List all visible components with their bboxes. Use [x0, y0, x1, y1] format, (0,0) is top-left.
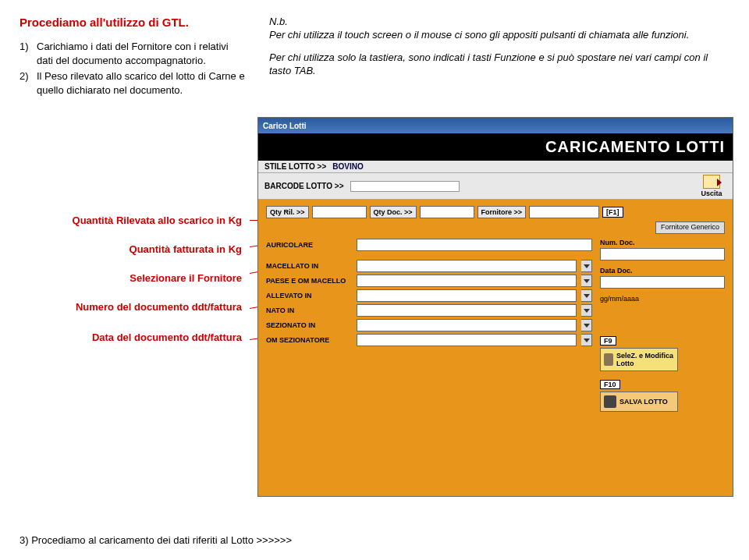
stile-lotto-label: STILE LOTTO >>	[264, 162, 326, 171]
window-titlebar[interactable]: Carico Lotti	[258, 118, 733, 133]
selez-modifica-button[interactable]: SeleZ. e Modifica Lotto	[600, 348, 678, 371]
list-item: 2) Il Peso rilevato allo scarico del lot…	[20, 69, 246, 97]
annotation-data-doc: Data del documento ddt/fattura	[20, 331, 250, 345]
datadoc-label: Data Doc.	[600, 267, 725, 275]
dropdown-arrow-icon[interactable]	[581, 304, 592, 317]
page-title: Procediamo all'utilizzo di GTL.	[20, 16, 246, 29]
qty-ril-button[interactable]: Qty Ril. >>	[266, 206, 309, 218]
app-header-title: CARICAMENTO LOTTI	[545, 138, 725, 156]
save-icon	[604, 395, 616, 408]
nb-paragraph: Per chi utilizza il touch screen o il mo…	[269, 29, 729, 42]
bottom-step-text: 3) Procediamo al caricamento dei dati ri…	[20, 534, 292, 546]
edit-icon	[604, 353, 613, 366]
selez-modifica-label: SeleZ. e Modifica Lotto	[616, 352, 674, 367]
f9-badge: F9	[600, 336, 616, 346]
dropdown-arrow-icon[interactable]	[581, 275, 592, 287]
fornitore-generico-button[interactable]: Fornitore Generico	[655, 222, 725, 234]
dropdown-arrow-icon[interactable]	[581, 319, 592, 331]
form-area: Qty Ril. >> Qty Doc. >> Fornitore >> [F1…	[258, 200, 733, 496]
dropdown-arrow-icon[interactable]	[581, 334, 592, 346]
stile-lotto-value: BOVINO	[332, 162, 363, 171]
date-format-hint: gg/mm/aaaa	[600, 295, 725, 303]
nb-paragraph: Per chi utilizza solo la tastiera, sono …	[269, 51, 729, 78]
numdoc-input[interactable]	[600, 248, 725, 261]
window-title: Carico Lotti	[263, 122, 307, 130]
salva-lotto-button[interactable]: SALVA LOTTO	[600, 392, 678, 412]
om-sez-input[interactable]	[357, 334, 577, 346]
qty-doc-button[interactable]: Qty Doc. >>	[370, 206, 417, 218]
annotation-qty-fatturata: Quantità fatturata in Kg	[20, 243, 250, 255]
macellato-label: MACELLATO IN	[266, 262, 352, 270]
salva-lotto-label: SALVA LOTTO	[619, 398, 668, 406]
list-text: Carichiamo i dati del Fornitore con i re…	[37, 40, 246, 67]
datadoc-input[interactable]	[600, 276, 725, 289]
barcode-strip: BARCODE LOTTO >> Uscita	[258, 173, 733, 200]
annotation-num-doc: Numero del documento ddt/fattura	[20, 301, 250, 314]
list-number: 2)	[20, 69, 37, 97]
macellato-input[interactable]	[357, 260, 577, 272]
app-header: CARICAMENTO LOTTI	[258, 133, 733, 161]
barcode-input[interactable]	[350, 181, 460, 192]
fornitore-input[interactable]	[529, 206, 599, 218]
allevato-input[interactable]	[357, 289, 577, 302]
nato-label: NATO IN	[266, 307, 352, 314]
exit-label: Uscita	[697, 190, 726, 197]
list-item: 1) Carichiamo i dati del Fornitore con i…	[20, 40, 246, 67]
dropdown-arrow-icon[interactable]	[581, 289, 592, 302]
exit-button[interactable]: Uscita	[697, 175, 726, 197]
dropdown-arrow-icon[interactable]	[581, 260, 592, 272]
stile-lotto-strip: STILE LOTTO >> BOVINO	[258, 161, 733, 173]
list-number: 1)	[20, 40, 37, 67]
f10-badge: F10	[600, 380, 620, 389]
paese-om-input[interactable]	[357, 275, 577, 287]
allevato-label: ALLEVATO IN	[266, 292, 352, 299]
list-text: Il Peso rilevato allo scarico del lotto …	[37, 69, 246, 97]
exit-icon	[703, 175, 720, 189]
auricolare-label: AURICOLARE	[266, 241, 352, 249]
nato-input[interactable]	[357, 304, 577, 317]
app-window: Carico Lotti CARICAMENTO LOTTI STILE LOT…	[257, 117, 733, 497]
qty-doc-input[interactable]	[420, 206, 474, 218]
paese-om-label: PAESE E OM MACELLO	[266, 277, 352, 285]
annotation-qty-rilevata: Quantità Rilevata allo scarico in Kg	[20, 214, 250, 226]
sezionato-label: SEZIONATO IN	[266, 321, 352, 329]
om-sez-label: OM SEZIONATORE	[266, 336, 352, 344]
annotation-fornitore: Selezionare il Fornitore	[20, 272, 250, 284]
numdoc-label: Num. Doc.	[600, 239, 725, 246]
sezionato-input[interactable]	[357, 319, 577, 331]
f1-badge: [F1]	[602, 207, 623, 218]
fornitore-button[interactable]: Fornitore >>	[477, 206, 527, 218]
nb-heading: N.b.	[269, 16, 729, 27]
auricolare-input[interactable]	[357, 239, 592, 251]
qty-ril-input[interactable]	[312, 206, 367, 218]
barcode-label: BARCODE LOTTO >>	[264, 182, 344, 190]
